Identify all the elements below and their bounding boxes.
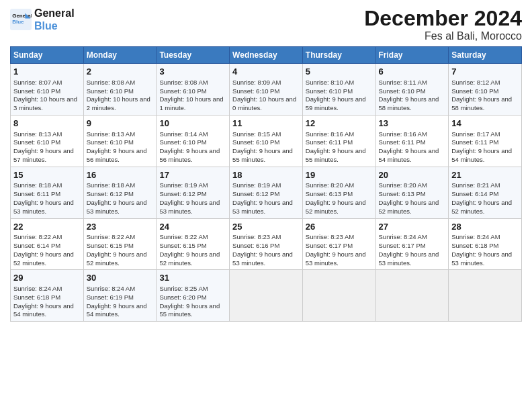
- day-number: 24: [159, 221, 226, 233]
- table-row: 21Sunrise: 8:21 AMSunset: 6:14 PMDayligh…: [449, 167, 522, 218]
- sunset-label: Sunset: 6:10 PM: [379, 87, 426, 95]
- table-row: 11Sunrise: 8:15 AMSunset: 6:10 PMDayligh…: [230, 115, 303, 167]
- sunrise-label: Sunrise: 8:13 AM: [13, 130, 62, 138]
- table-row: 1Sunrise: 8:07 AMSunset: 6:10 PMDaylight…: [11, 64, 84, 116]
- calendar-week-row: 29Sunrise: 8:24 AMSunset: 6:18 PMDayligh…: [11, 270, 522, 322]
- sunset-label: Sunset: 6:18 PM: [13, 293, 60, 301]
- daylight-label: Daylight: 9 hours and 55 minutes.: [306, 147, 366, 163]
- sunset-label: Sunset: 6:11 PM: [13, 190, 60, 197]
- day-number: 27: [379, 221, 446, 233]
- sunset-label: Sunset: 6:14 PM: [13, 242, 60, 249]
- day-number: 19: [306, 169, 373, 181]
- sunset-label: Sunset: 6:14 PM: [451, 190, 498, 197]
- daylight-label: Daylight: 10 hours and 0 minutes.: [232, 95, 296, 111]
- day-number: 29: [13, 272, 81, 284]
- sunrise-label: Sunrise: 8:22 AM: [13, 233, 62, 240]
- sunrise-label: Sunrise: 8:13 AM: [87, 130, 135, 138]
- table-row: 4Sunrise: 8:09 AMSunset: 6:10 PMDaylight…: [230, 64, 303, 116]
- sunrise-label: Sunrise: 8:17 AM: [451, 130, 500, 138]
- sunset-label: Sunset: 6:10 PM: [13, 138, 60, 146]
- daylight-label: Daylight: 9 hours and 54 minutes.: [451, 147, 512, 163]
- day-number: 25: [232, 221, 300, 233]
- sunset-label: Sunset: 6:10 PM: [87, 138, 134, 146]
- calendar-week-row: 15Sunrise: 8:18 AMSunset: 6:11 PMDayligh…: [11, 167, 522, 218]
- table-row: 28Sunrise: 8:24 AMSunset: 6:18 PMDayligh…: [449, 218, 522, 270]
- day-number: 1: [13, 66, 81, 78]
- table-row: 16Sunrise: 8:18 AMSunset: 6:12 PMDayligh…: [83, 167, 157, 218]
- sunset-label: Sunset: 6:13 PM: [379, 190, 426, 197]
- table-row: 9Sunrise: 8:13 AMSunset: 6:10 PMDaylight…: [83, 115, 157, 167]
- col-thursday: Thursday: [302, 47, 375, 64]
- sunset-label: Sunset: 6:10 PM: [306, 87, 353, 95]
- sunrise-label: Sunrise: 8:08 AM: [159, 79, 208, 86]
- col-monday: Monday: [83, 47, 157, 64]
- daylight-label: Daylight: 9 hours and 56 minutes.: [159, 147, 220, 163]
- calendar-header-row: Sunday Monday Tuesday Wednesday Thursday…: [11, 47, 522, 64]
- sunrise-label: Sunrise: 8:22 AM: [87, 233, 135, 240]
- sunset-label: Sunset: 6:12 PM: [232, 190, 279, 197]
- page-subtitle: Fes al Bali, Morocco: [364, 30, 522, 42]
- sunset-label: Sunset: 6:12 PM: [159, 190, 206, 197]
- sunrise-label: Sunrise: 8:11 AM: [379, 79, 427, 86]
- table-row: 19Sunrise: 8:20 AMSunset: 6:13 PMDayligh…: [302, 167, 375, 218]
- page-container: General Blue General Blue December 2024 …: [0, 0, 532, 328]
- table-row: [375, 270, 449, 322]
- day-number: 6: [379, 66, 446, 78]
- daylight-label: Daylight: 9 hours and 52 minutes.: [159, 250, 220, 267]
- daylight-label: Daylight: 9 hours and 53 minutes.: [87, 199, 147, 215]
- sunset-label: Sunset: 6:12 PM: [87, 190, 134, 197]
- sunset-label: Sunset: 6:10 PM: [159, 138, 206, 146]
- sunset-label: Sunset: 6:10 PM: [451, 87, 498, 95]
- sunset-label: Sunset: 6:15 PM: [159, 242, 206, 249]
- col-friday: Friday: [375, 47, 449, 64]
- day-number: 26: [306, 221, 373, 233]
- table-row: [302, 270, 375, 322]
- day-number: 31: [159, 272, 226, 284]
- sunset-label: Sunset: 6:10 PM: [232, 87, 279, 95]
- col-saturday: Saturday: [449, 47, 522, 64]
- daylight-label: Daylight: 9 hours and 54 minutes.: [379, 147, 439, 163]
- table-row: 12Sunrise: 8:16 AMSunset: 6:11 PMDayligh…: [302, 115, 375, 167]
- daylight-label: Daylight: 9 hours and 53 minutes.: [232, 250, 293, 267]
- day-number: 12: [306, 118, 373, 130]
- calendar-week-row: 22Sunrise: 8:22 AMSunset: 6:14 PMDayligh…: [11, 218, 522, 270]
- col-wednesday: Wednesday: [230, 47, 303, 64]
- table-row: 25Sunrise: 8:23 AMSunset: 6:16 PMDayligh…: [230, 218, 303, 270]
- day-number: 10: [159, 118, 226, 130]
- calendar-week-row: 8Sunrise: 8:13 AMSunset: 6:10 PMDaylight…: [11, 115, 522, 167]
- col-sunday: Sunday: [11, 47, 84, 64]
- sunset-label: Sunset: 6:10 PM: [87, 87, 134, 95]
- logo-icon: General Blue: [10, 9, 32, 30]
- day-number: 14: [451, 118, 519, 130]
- table-row: 14Sunrise: 8:17 AMSunset: 6:11 PMDayligh…: [449, 115, 522, 167]
- daylight-label: Daylight: 9 hours and 53 minutes.: [306, 250, 366, 267]
- col-tuesday: Tuesday: [157, 47, 230, 64]
- header: General Blue General Blue December 2024 …: [10, 7, 522, 42]
- daylight-label: Daylight: 9 hours and 56 minutes.: [87, 147, 147, 163]
- svg-text:Blue: Blue: [12, 19, 24, 26]
- day-number: 21: [451, 169, 519, 181]
- logo: General Blue General Blue: [10, 7, 75, 32]
- sunrise-label: Sunrise: 8:23 AM: [306, 233, 354, 240]
- daylight-label: Daylight: 9 hours and 53 minutes.: [379, 250, 439, 267]
- sunset-label: Sunset: 6:17 PM: [306, 242, 353, 249]
- daylight-label: Daylight: 9 hours and 53 minutes.: [451, 250, 512, 267]
- daylight-label: Daylight: 9 hours and 55 minutes.: [159, 302, 220, 318]
- day-number: 11: [232, 118, 300, 130]
- day-number: 22: [13, 221, 81, 233]
- day-number: 20: [379, 169, 446, 181]
- day-number: 17: [159, 169, 226, 181]
- table-row: 30Sunrise: 8:24 AMSunset: 6:19 PMDayligh…: [83, 270, 157, 322]
- daylight-label: Daylight: 10 hours and 3 minutes.: [13, 95, 77, 111]
- sunset-label: Sunset: 6:10 PM: [232, 138, 279, 146]
- table-row: 8Sunrise: 8:13 AMSunset: 6:10 PMDaylight…: [11, 115, 84, 167]
- sunrise-label: Sunrise: 8:24 AM: [451, 233, 500, 240]
- daylight-label: Daylight: 9 hours and 54 minutes.: [13, 302, 74, 318]
- sunrise-label: Sunrise: 8:19 AM: [232, 181, 281, 189]
- day-number: 13: [379, 118, 446, 130]
- table-row: 31Sunrise: 8:25 AMSunset: 6:20 PMDayligh…: [157, 270, 230, 322]
- table-row: 3Sunrise: 8:08 AMSunset: 6:10 PMDaylight…: [157, 64, 230, 116]
- sunrise-label: Sunrise: 8:08 AM: [87, 79, 135, 86]
- sunrise-label: Sunrise: 8:10 AM: [306, 79, 354, 86]
- logo-text: General Blue: [34, 7, 75, 32]
